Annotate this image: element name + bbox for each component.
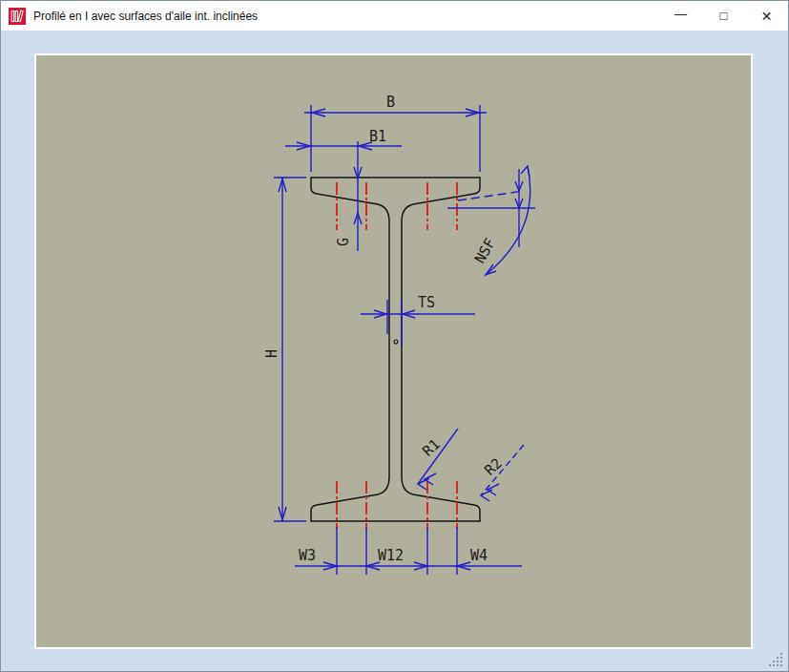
dimension-lines xyxy=(274,105,535,575)
minimize-icon: — xyxy=(675,0,687,29)
label-G: G xyxy=(335,238,352,246)
label-TS: TS xyxy=(418,294,435,311)
label-H: H xyxy=(263,349,280,358)
dim-gauges xyxy=(295,527,522,575)
books-icon xyxy=(9,8,26,25)
close-icon: ✕ xyxy=(761,9,773,24)
gauge-lines xyxy=(337,182,457,529)
window-controls: — □ ✕ xyxy=(659,1,788,31)
dim-NSF xyxy=(447,166,535,275)
minimize-button[interactable]: — xyxy=(659,1,702,31)
label-NSF: NSF xyxy=(471,236,499,266)
dialog-window: Profilé en I avec surfaces d'aile int. i… xyxy=(0,0,789,672)
label-R1: R1 xyxy=(419,435,443,459)
label-B1: B1 xyxy=(369,128,386,145)
label-W12: W12 xyxy=(378,547,404,564)
center-mark xyxy=(394,340,398,344)
dim-R1 xyxy=(418,429,458,490)
window-title: Profilé en I avec surfaces d'aile int. i… xyxy=(33,10,659,23)
close-button[interactable]: ✕ xyxy=(745,1,788,31)
maximize-icon: □ xyxy=(720,9,728,23)
profile-sketch: B B1 G H TS NSF R1 R2 W3 W12 W4 xyxy=(36,55,751,647)
maximize-button[interactable]: □ xyxy=(702,1,745,31)
dim-B xyxy=(304,105,487,172)
label-R2: R2 xyxy=(481,454,505,478)
title-bar[interactable]: Profilé en I avec surfaces d'aile int. i… xyxy=(1,1,788,31)
drawing-canvas: B B1 G H TS NSF R1 R2 W3 W12 W4 xyxy=(34,53,753,649)
app-icon xyxy=(9,8,26,25)
label-B: B xyxy=(386,94,395,111)
label-W4: W4 xyxy=(470,547,488,564)
resize-grip-icon[interactable] xyxy=(768,652,783,667)
label-W3: W3 xyxy=(299,547,316,564)
dim-B1 xyxy=(285,141,402,251)
